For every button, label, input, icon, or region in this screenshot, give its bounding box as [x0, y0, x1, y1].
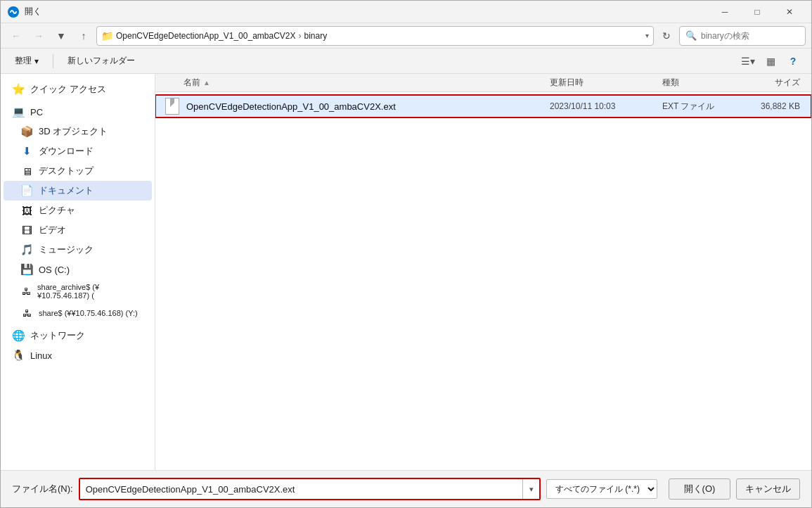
bottom-bar: ファイル名(N): ▾ すべてのファイル (*.*) 開く(O) キャンセル — [1, 470, 811, 507]
file-size-cell: 36,882 KB — [741, 101, 811, 111]
column-name-header[interactable]: 名前 ▲ — [155, 77, 544, 89]
filename-label: ファイル名(N): — [12, 483, 73, 495]
sidebar-label-network: ネットワーク — [30, 329, 85, 342]
nav-dropdown-button[interactable]: ▼ — [51, 26, 71, 46]
file-type-cell: EXT ファイル — [657, 101, 741, 113]
sidebar-item-3d-objects[interactable]: 📦 3D オブジェクト — [4, 122, 152, 141]
sidebar-item-quick-access[interactable]: ⭐ クイック アクセス — [4, 80, 152, 99]
search-bar: 🔍 — [679, 26, 806, 46]
pc-icon: 💻 — [12, 106, 25, 118]
file-type: EXT ファイル — [662, 101, 714, 111]
sidebar-label-share-y: share$ (¥¥10.75.46.168) (Y:) — [39, 309, 138, 317]
sidebar-item-videos[interactable]: 🎞 ビデオ — [4, 220, 152, 240]
back-button[interactable]: ← — [6, 26, 26, 46]
sidebar-label-share-archive: share_archive$ (¥¥10.75.46.187) ( — [37, 283, 143, 300]
organize-label: 整理 — [15, 55, 32, 67]
sidebar-label-quick-access: クイック アクセス — [30, 83, 106, 96]
documents-icon: 📄 — [20, 184, 33, 197]
view-options-button[interactable]: ☰ ▾ — [738, 51, 758, 71]
navigation-toolbar: ← → ▼ ↑ 📁 OpenCVEdgeDetectionApp_V1_00_a… — [1, 23, 811, 49]
sidebar-item-linux[interactable]: 🐧 Linux — [4, 345, 152, 365]
file-date: 2023/10/11 10:03 — [550, 101, 615, 111]
organize-button[interactable]: 整理 ▾ — [9, 52, 44, 70]
file-list: OpenCVEdgeDetectionApp_V1_00_ambaCV2X.ex… — [155, 92, 811, 470]
filename-input[interactable] — [80, 479, 522, 499]
folder-icon: 📁 — [101, 30, 113, 42]
close-button[interactable]: ✕ — [773, 1, 806, 23]
pictures-icon: 🖼 — [20, 204, 33, 217]
column-date-header[interactable]: 更新日時 — [544, 77, 657, 89]
share-archive-icon: 🖧 — [20, 285, 32, 298]
filetype-select[interactable]: すべてのファイル (*.*) — [547, 480, 657, 498]
sidebar-label-3d-objects: 3D オブジェクト — [39, 125, 108, 138]
filetype-select-container: すべてのファイル (*.*) — [546, 479, 657, 499]
filename-dropdown-button[interactable]: ▾ — [522, 479, 539, 499]
sidebar-label-pc: PC — [30, 107, 43, 118]
file-row[interactable]: OpenCVEdgeDetectionApp_V1_00_ambaCV2X.ex… — [155, 95, 811, 118]
address-bar[interactable]: 📁 OpenCVEdgeDetectionApp_V1_00_ambaCV2X … — [96, 26, 654, 46]
quick-access-icon: ⭐ — [12, 83, 25, 96]
column-headers: 名前 ▲ 更新日時 種類 サイズ — [155, 74, 811, 92]
sidebar-item-desktop[interactable]: 🖥 デスクトップ — [4, 161, 152, 181]
minimize-button[interactable]: ─ — [709, 1, 741, 23]
sidebar-label-linux: Linux — [30, 350, 52, 361]
dialog-window: 開く ─ □ ✕ ← → ▼ ↑ 📁 OpenCVEdgeDetectionAp… — [0, 0, 812, 508]
address-path-part1: OpenCVEdgeDetectionApp_V1_00_ambaCV2X — [116, 31, 296, 41]
new-folder-label: 新しいフォルダー — [67, 55, 135, 67]
cancel-button[interactable]: キャンセル — [736, 478, 800, 500]
view-dropdown-icon: ▾ — [750, 56, 755, 67]
search-input[interactable] — [701, 31, 799, 41]
sidebar-item-pictures[interactable]: 🖼 ピクチャ — [4, 201, 152, 220]
address-chevron-icon: ▾ — [645, 32, 649, 39]
title-bar-controls: ─ □ ✕ — [709, 1, 806, 23]
file-name: OpenCVEdgeDetectionApp_V1_00_ambaCV2X.ex… — [186, 101, 396, 112]
os-c-icon: 💾 — [20, 263, 33, 276]
sidebar-item-network[interactable]: 🌐 ネットワーク — [4, 326, 152, 345]
filename-input-container: ▾ — [79, 478, 541, 500]
maximize-button[interactable]: □ — [741, 1, 773, 23]
pane-icon: ▦ — [766, 56, 775, 67]
sidebar-item-documents[interactable]: 📄 ドキュメント — [4, 181, 152, 201]
help-button[interactable]: ? — [783, 51, 803, 71]
sidebar-pc-section: 💻 PC 📦 3D オブジェクト ⬇ ダウンロード 🖥 デスクトップ 📄 — [1, 102, 155, 323]
search-icon: 🔍 — [685, 30, 697, 41]
open-button[interactable]: 開く(O) — [669, 478, 730, 500]
sidebar-label-music: ミュージック — [39, 243, 94, 256]
ribbon-bar: 整理 ▾ 新しいフォルダー ☰ ▾ ▦ ? — [1, 49, 811, 74]
view-icon: ☰ — [741, 56, 750, 67]
linux-icon: 🐧 — [12, 349, 25, 362]
sidebar-item-os-c[interactable]: 💾 OS (C:) — [4, 260, 152, 279]
sidebar-quick-access-section: ⭐ クイック アクセス — [1, 80, 155, 99]
address-path: OpenCVEdgeDetectionApp_V1_00_ambaCV2X › … — [116, 31, 640, 41]
file-icon — [165, 98, 179, 115]
forward-button[interactable]: → — [29, 26, 49, 46]
sidebar-network-section: 🌐 ネットワーク 🐧 Linux — [1, 326, 155, 365]
downloads-icon: ⬇ — [20, 145, 33, 158]
sidebar-item-downloads[interactable]: ⬇ ダウンロード — [4, 141, 152, 161]
sidebar-label-videos: ビデオ — [39, 224, 66, 236]
sidebar-item-share-archive[interactable]: 🖧 share_archive$ (¥¥10.75.46.187) ( — [4, 279, 152, 303]
sidebar-label-downloads: ダウンロード — [39, 145, 94, 158]
sidebar-item-pc[interactable]: 💻 PC — [4, 102, 152, 122]
up-button[interactable]: ↑ — [74, 26, 94, 46]
ribbon-separator1 — [53, 54, 53, 68]
videos-icon: 🎞 — [20, 224, 33, 236]
desktop-icon: 🖥 — [20, 165, 33, 177]
refresh-button[interactable]: ↻ — [657, 26, 676, 46]
main-content: ⭐ クイック アクセス 💻 PC 📦 3D オブジェクト ⬇ ダウンロード — [1, 74, 811, 470]
title-bar: 開く ─ □ ✕ — [1, 1, 811, 23]
sidebar-label-pictures: ピクチャ — [39, 204, 75, 217]
new-folder-button[interactable]: 新しいフォルダー — [62, 52, 141, 70]
sidebar-label-documents: ドキュメント — [39, 184, 94, 197]
sidebar-label-desktop: デスクトップ — [39, 165, 94, 177]
pane-button[interactable]: ▦ — [761, 51, 780, 71]
window-title: 開く — [25, 6, 709, 18]
sidebar-item-share-y[interactable]: 🖧 share$ (¥¥10.75.46.168) (Y:) — [4, 303, 152, 323]
file-area: 名前 ▲ 更新日時 種類 サイズ — [155, 74, 811, 470]
share-y-icon: 🖧 — [20, 307, 33, 319]
column-size-header[interactable]: サイズ — [741, 77, 811, 89]
column-type-header[interactable]: 種類 — [657, 77, 741, 89]
sidebar-item-music[interactable]: 🎵 ミュージック — [4, 240, 152, 260]
file-size: 36,882 KB — [761, 101, 800, 111]
network-icon: 🌐 — [12, 329, 25, 342]
